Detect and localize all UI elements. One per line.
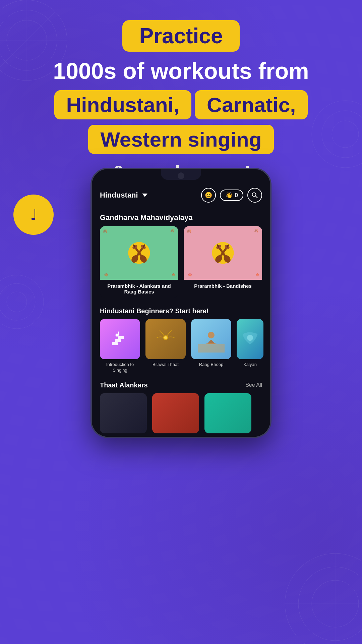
card-bilawal-thaat[interactable]: Bilawal Thaat	[145, 319, 186, 373]
leaf-dec3: 🍁	[104, 273, 109, 277]
streak-count: 0	[235, 192, 238, 199]
phone-mockup: Hindustani 😊 👋 0	[90, 168, 272, 438]
card-prarambhik-bandishes[interactable]: 🍂 🍂 🍁 🍁	[184, 226, 262, 298]
thaat-scroll-row	[92, 393, 270, 433]
thaat-card-1[interactable]	[100, 393, 147, 433]
thumb-raag-bhoop	[191, 319, 231, 359]
tanpura-svg-1	[122, 236, 156, 270]
instruments-cross-2	[206, 236, 240, 270]
leaf-dec6: 🍂	[254, 229, 258, 232]
phone-notch	[161, 169, 201, 180]
beginner-label-raag: Raag Bhoop	[191, 362, 231, 368]
search-icon	[251, 192, 258, 199]
see-all-button[interactable]: See All	[245, 382, 262, 388]
gandharva-section-title: Gandharva Mahavidyalaya	[92, 208, 270, 226]
phone-screen: Hindustani 😊 👋 0	[92, 169, 270, 437]
search-icon-button[interactable]	[247, 188, 262, 203]
svg-rect-40	[118, 332, 119, 336]
thaat-card-2[interactable]	[152, 393, 199, 433]
stairs-background	[100, 319, 140, 359]
profile-emoji: 😊	[205, 192, 212, 199]
chevron-down-icon	[142, 194, 147, 197]
svg-rect-38	[118, 336, 124, 339]
beginner-label-intro: Introduction to Singing	[100, 362, 140, 373]
app-content: Gandharva Mahavidyalaya 🍂 🍂 🍁 🍁	[92, 208, 270, 437]
kalyan-svg	[240, 329, 260, 349]
thaat-section: Thaat Alankars See All	[92, 379, 270, 433]
tagline-part1: 1000s of workouts from	[13, 58, 349, 84]
svg-line-19	[256, 196, 258, 198]
meditation-svg	[198, 326, 225, 353]
svg-point-42	[164, 336, 167, 339]
leaf-dec2: 🍂	[170, 229, 174, 232]
app-header: Hindustani 😊 👋 0	[92, 182, 270, 208]
beginners-scroll-row: Introduction to Singing	[92, 319, 270, 373]
bilawal-svg	[154, 327, 177, 351]
streak-emoji: 👋	[225, 192, 233, 199]
thaat-card-3[interactable]	[204, 393, 251, 433]
thaat-thumb-3	[204, 393, 251, 433]
thaat-section-title: Thaat Alankars	[100, 381, 148, 389]
card-label-alankars: Prarambhik - Alankars and Raag Basics	[100, 280, 178, 298]
card-prarambhik-alankars[interactable]: 🍂 🍂 🍁 🍁	[100, 226, 178, 298]
thumb-intro-singing	[100, 319, 140, 359]
highlight-row-1: Hindustani, Carnatic,	[13, 90, 349, 119]
svg-point-13	[0, 283, 35, 320]
highlight-western: Western singing	[88, 125, 274, 154]
beginners-section: Hindustani Beginners? Start here!	[92, 303, 270, 379]
card-intro-singing[interactable]: Introduction to Singing	[100, 319, 140, 373]
svg-point-45	[247, 335, 253, 341]
thaat-thumb-2	[152, 393, 199, 433]
leaf-dec: 🍂	[103, 229, 108, 233]
profile-icon-button[interactable]: 😊	[201, 188, 216, 203]
hindustani-selector[interactable]: Hindustani	[100, 191, 147, 200]
bilawal-background	[145, 319, 186, 359]
tanpura-svg-2	[206, 236, 240, 270]
card-image-bandishes: 🍂 🍂 🍁 🍁	[184, 226, 262, 280]
svg-point-12	[0, 275, 44, 329]
music-note-bubble: ♩	[13, 195, 54, 235]
music-note-icon: ♩	[30, 206, 37, 223]
leaf-dec8: 🍁	[255, 273, 259, 276]
hero-section: Practice 1000s of workouts from Hindusta…	[0, 0, 362, 184]
thaat-thumb-1	[100, 393, 147, 433]
card-label-bandishes: Prarambhik - Bandishes	[184, 280, 262, 292]
header-icons: 😊 👋 0	[201, 188, 262, 203]
thaat-header: Thaat Alankars See All	[92, 381, 270, 393]
svg-rect-37	[115, 339, 121, 342]
card-image-alankars: 🍂 🍂 🍁 🍁	[100, 226, 178, 280]
stairs-svg	[110, 329, 130, 349]
card-kalyan[interactable]: Kalyan	[237, 319, 263, 373]
svg-rect-36	[112, 342, 118, 345]
practice-badge: Practice	[122, 20, 239, 52]
highlight-hindustani: Hindustani,	[54, 90, 192, 119]
thumb-bilawal	[145, 319, 186, 359]
instruments-cross-1	[122, 236, 156, 270]
svg-point-44	[208, 332, 215, 338]
kalyan-background	[237, 319, 263, 359]
streak-badge[interactable]: 👋 0	[220, 190, 243, 201]
gandharva-cards-row: 🍂 🍂 🍁 🍁	[92, 226, 270, 303]
highlight-carnatic: Carnatic,	[195, 90, 308, 119]
beginner-label-kalyan: Kalyan	[237, 362, 263, 368]
hindustani-label: Hindustani	[100, 191, 138, 200]
phone-camera	[178, 172, 184, 179]
phone-frame: Hindustani 😊 👋 0	[90, 168, 272, 438]
card-raag-bhoop[interactable]: Raag Bhoop	[191, 319, 231, 373]
beginners-section-title: Hindustani Beginners? Start here!	[92, 303, 270, 319]
leaf-dec5: 🍂	[186, 229, 191, 233]
highlight-row-2: Western singing	[13, 125, 349, 154]
svg-point-14	[7, 292, 27, 312]
thumb-kalyan	[237, 319, 263, 359]
raag-background	[191, 319, 231, 359]
beginner-label-bilawal: Bilawal Thaat	[145, 362, 186, 368]
gandharva-section: Gandharva Mahavidyalaya 🍂 🍂 🍁 🍁	[92, 208, 270, 303]
leaf-dec4: 🍁	[172, 273, 176, 276]
leaf-dec7: 🍁	[188, 273, 192, 277]
svg-point-39	[116, 334, 119, 337]
svg-rect-43	[198, 344, 225, 353]
svg-point-7	[285, 553, 362, 644]
